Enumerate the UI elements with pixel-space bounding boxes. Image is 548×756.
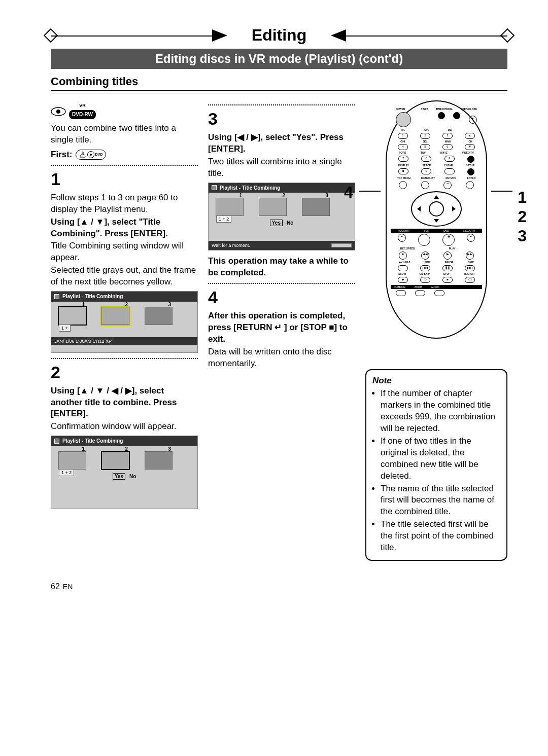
num-9[interactable]: 9 — [444, 156, 455, 162]
top-menu[interactable] — [399, 181, 407, 189]
disc-eye-icon — [51, 107, 66, 116]
dubbing[interactable] — [396, 290, 406, 296]
num-2[interactable]: 2 — [420, 133, 430, 139]
play[interactable]: ▶ — [443, 251, 452, 260]
enter-btn[interactable] — [466, 181, 474, 189]
step1-text1: Follow steps 1 to 3 on page 60 to displa… — [51, 192, 198, 215]
ff[interactable]: ▶▶ — [466, 251, 474, 260]
rew[interactable]: ◀◀ — [421, 251, 429, 260]
skip-b[interactable]: |◀◀ — [420, 265, 430, 271]
dvd-hand-icon: DVD — [76, 150, 107, 160]
section-title: Combining titles — [51, 74, 507, 91]
dvd-rw-badge: DVD-RW — [69, 110, 96, 119]
screen-step3: Playlist - Title Combining 11 + 2 2 3 Ye… — [208, 183, 355, 250]
display-btn[interactable]: ■ — [398, 168, 408, 174]
num-4[interactable]: 4 — [398, 144, 408, 150]
audio[interactable] — [434, 290, 444, 296]
num-1[interactable]: 1 — [398, 133, 408, 139]
dvd-btn[interactable]: ◉ — [442, 234, 455, 246]
step3-text3: This operation may take a while to be co… — [208, 256, 355, 279]
slow[interactable]: ▶ — [398, 277, 408, 283]
callout-3: 3 — [518, 225, 527, 247]
num-7[interactable]: 7 — [398, 156, 408, 162]
power-button[interactable] — [396, 112, 411, 127]
skip-f[interactable]: ▶▶| — [465, 265, 475, 271]
num-6[interactable]: 6 — [442, 144, 453, 150]
menu-list[interactable] — [421, 181, 429, 189]
svg-point-1 — [56, 110, 60, 114]
num-0[interactable]: 0 — [421, 168, 431, 174]
intro-text: You can combine two titles into a single… — [51, 123, 198, 146]
pause[interactable]: ❚❚ — [442, 265, 453, 271]
callout-4: 4 — [344, 182, 353, 203]
note-box: Note If the number of chapter markers in… — [365, 369, 507, 561]
header-ornament: Editing — [51, 25, 507, 46]
callout-2: 2 — [518, 206, 527, 228]
step1-text2: Using [▲ / ▼], select "Title Combining".… — [51, 217, 198, 240]
header-subtitle: Editing discs in VR mode (Playlist) (con… — [51, 49, 507, 69]
num-5[interactable]: 5 — [420, 144, 430, 150]
callout-1: 1 — [518, 187, 527, 208]
setup-btn[interactable] — [467, 168, 474, 175]
rec-speed[interactable]: ■ — [399, 251, 407, 260]
stop[interactable]: ■ — [442, 277, 453, 283]
note-item: If one of two titles in the original is … — [381, 436, 500, 482]
ch-up[interactable]: ▲ — [465, 133, 475, 139]
first-label: First: — [51, 149, 73, 161]
step2-text1: Using [▲ / ▼ / ◀ / ▶], select another ti… — [51, 385, 198, 420]
open-close-button[interactable]: ▲ — [469, 116, 477, 124]
nav-ring[interactable] — [411, 191, 462, 227]
step4-text2: Data will be written onto the disc momen… — [208, 346, 355, 370]
column-1: VR DVD-RW You can combine two titles int… — [51, 100, 198, 561]
step4-text1: After this operation is completed, press… — [208, 310, 355, 345]
step1-text4: Selected title grays out, and the frame … — [51, 265, 198, 288]
screen-step2: Playlist - Title Combining 11 + 2 2 3 Ye… — [51, 436, 198, 509]
x1.3[interactable] — [398, 265, 408, 271]
num-3[interactable]: 3 — [442, 133, 453, 139]
num-8[interactable]: 8 — [421, 156, 431, 162]
step2-text2: Confirmation window will appear. — [51, 421, 198, 433]
screen-step1: Playlist - Title Combining 11 + 2 3 JAN/… — [51, 291, 198, 353]
tset-button[interactable] — [438, 112, 445, 119]
return-btn[interactable]: ↵ — [443, 181, 452, 189]
step1-text3: Title Combining setting window will appe… — [51, 240, 198, 264]
vr-label: VR — [69, 103, 96, 108]
step-2-number: 2 — [51, 361, 198, 384]
timer-button[interactable] — [453, 112, 460, 119]
note-item: The name of the title selected first wil… — [381, 483, 500, 518]
video-tv[interactable] — [467, 156, 474, 163]
clear-btn[interactable] — [444, 168, 455, 174]
note-item: If the number of chapter markers in the … — [381, 388, 500, 435]
header-title: Editing — [252, 24, 306, 46]
note-title: Note — [372, 375, 500, 387]
column-2: 3 Using [◀ / ▶], select "Yes". Press [EN… — [208, 100, 355, 561]
rec-otr-r[interactable]: ● — [467, 234, 475, 242]
vcr-btn[interactable] — [418, 234, 430, 246]
step-1-number: 1 — [51, 168, 198, 191]
page-footer: 62EN — [51, 581, 507, 592]
rec-otr-l[interactable]: ● — [398, 234, 406, 242]
column-3: 4 1 2 3 POWERT-SETTIMER PROG.OPEN/CLOSE … — [365, 100, 507, 561]
step3-text2: Two titles will combine into a single ti… — [208, 156, 355, 179]
zoom[interactable] — [415, 290, 425, 296]
step3-text1: Using [◀ / ▶], select "Yes". Press [ENTE… — [208, 132, 355, 155]
remote-control: POWERT-SETTIMER PROG.OPEN/CLOSE ▲ @!.ABC… — [386, 100, 487, 339]
search[interactable]: ◯ — [465, 277, 475, 283]
ch-down[interactable]: ▼ — [465, 144, 475, 150]
note-item: The title selected first will be the fir… — [381, 519, 500, 554]
step-3-number: 3 — [208, 107, 355, 131]
cm-skip[interactable]: ↻ — [420, 277, 430, 283]
step-4-number: 4 — [208, 286, 355, 309]
